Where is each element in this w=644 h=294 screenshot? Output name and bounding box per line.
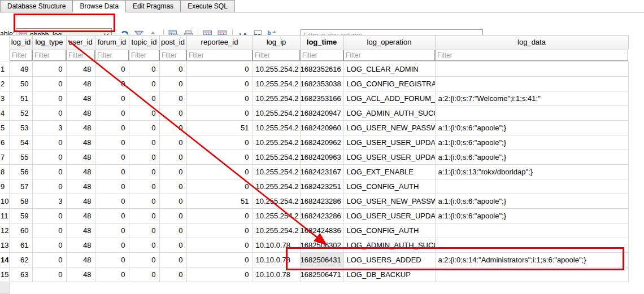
cell-forum_id[interactable]: 0 [95,223,129,238]
cell-post_id[interactable]: 0 [159,223,186,238]
cell-log_data[interactable]: a:1:{i:0;s:6:"apoole";} [435,135,628,150]
cell-log_time[interactable]: 1682423286 [300,194,343,208]
cell-reportee_id[interactable]: 0 [186,252,253,267]
cell-topic_id[interactable]: 0 [129,150,159,164]
cell-log_data[interactable] [435,76,628,91]
cell-user_id[interactable]: 48 [66,91,95,106]
cell-log_time[interactable]: 1682506431 [300,252,343,267]
tab-execute-sql[interactable]: Execute SQL [180,0,235,12]
cell-topic_id[interactable]: 0 [129,91,159,106]
cell-log_id[interactable]: 52 [10,106,32,120]
cell-reportee_id[interactable]: 0 [186,179,253,194]
cell-post_id[interactable]: 0 [159,135,186,150]
cell-reportee_id[interactable]: 0 [186,164,253,179]
cell-post_id[interactable]: 0 [159,150,186,164]
column-header-forum_id[interactable]: forum_id [95,36,129,49]
cell-log_type[interactable]: 0 [32,106,66,120]
cell-log_type[interactable]: 0 [32,76,66,91]
cell-log_id[interactable]: 58 [10,194,32,208]
cell-reportee_id[interactable]: 0 [186,76,253,91]
column-header-log_ip[interactable]: log_ip [253,36,300,49]
cell-log_time[interactable]: 1682506471 [300,267,343,282]
filter-input-log_id[interactable] [10,50,32,61]
row-number[interactable]: 4 [0,106,10,120]
cell-topic_id[interactable]: 0 [129,135,159,150]
cell-log_operation[interactable]: LOG_CONFIG_AUTH [343,223,435,238]
cell-log_time[interactable]: 1682423167 [300,164,343,179]
cell-topic_id[interactable]: 0 [129,208,159,223]
cell-user_id[interactable]: 48 [66,179,95,194]
cell-log_ip[interactable]: 10.255.254.2 [253,135,300,150]
cell-log_data[interactable] [435,238,628,252]
cell-post_id[interactable]: 0 [159,179,186,194]
row-number[interactable]: 5 [0,120,10,135]
cell-log_time[interactable]: 1682420960 [300,120,343,135]
cell-forum_id[interactable]: 0 [95,208,129,223]
cell-log_time[interactable]: 1682352616 [300,62,343,76]
cell-log_data[interactable] [435,62,628,76]
column-header-log_id[interactable]: log_id [10,36,32,49]
cell-log_ip[interactable]: 10.255.254.2 [253,120,300,135]
filter-input-log_data[interactable] [435,50,628,61]
cell-log_type[interactable]: 0 [32,267,66,282]
cell-log_operation[interactable]: LOG_CLEAR_ADMIN [343,62,435,76]
cell-log_type[interactable]: 0 [32,91,66,106]
cell-user_id[interactable]: 48 [66,106,95,120]
cell-topic_id[interactable]: 0 [129,76,159,91]
cell-log_ip[interactable]: 10.10.0.78 [253,267,300,282]
cell-log_time[interactable]: 1682420947 [300,106,343,120]
cell-log_ip[interactable]: 10.255.254.2 [253,76,300,91]
cell-log_id[interactable]: 54 [10,135,32,150]
cell-user_id[interactable]: 48 [66,252,95,267]
filter-input-forum_id[interactable] [95,50,129,61]
cell-log_data[interactable]: a:1:{i:0;s:6:"apoole";} [435,150,628,164]
cell-user_id[interactable]: 48 [66,238,95,252]
cell-post_id[interactable]: 0 [159,120,186,135]
cell-user_id[interactable]: 48 [66,194,95,208]
cell-log_data[interactable]: a:1:{i:0;s:13:"rokx/dborldap";} [435,164,628,179]
tab-database-structure[interactable]: Database Structure [0,0,72,12]
cell-reportee_id[interactable]: 0 [186,208,253,223]
column-header-log_data[interactable]: log_data [435,36,628,49]
row-number[interactable]: 14 [0,252,10,267]
cell-log_data[interactable]: a:2:{i:0;s:14:"Administrators";i:1;s:6:"… [435,252,628,267]
cell-log_time[interactable]: 1682353038 [300,76,343,91]
cell-log_ip[interactable]: 10.255.254.2 [253,179,300,194]
column-header-log_type[interactable]: log_type [32,36,66,49]
cell-log_time[interactable]: 1682420963 [300,150,343,164]
cell-log_id[interactable]: 53 [10,120,32,135]
tab-browse-data[interactable]: Browse Data [72,0,126,12]
cell-post_id[interactable]: 0 [159,208,186,223]
corner-header[interactable] [0,36,10,49]
cell-user_id[interactable]: 48 [66,223,95,238]
cell-log_id[interactable]: 62 [10,252,32,267]
cell-log_operation[interactable]: LOG_USER_USER_UPDATE [343,150,435,164]
cell-reportee_id[interactable]: 0 [186,150,253,164]
cell-log_ip[interactable]: 10.255.254.2 [253,150,300,164]
column-header-reportee_id[interactable]: reportee_id [186,36,253,49]
cell-forum_id[interactable]: 0 [95,179,129,194]
cell-log_type[interactable]: 3 [32,194,66,208]
cell-forum_id[interactable]: 0 [95,267,129,282]
cell-topic_id[interactable]: 0 [129,62,159,76]
cell-log_type[interactable]: 0 [32,208,66,223]
cell-log_data[interactable] [435,223,628,238]
cell-forum_id[interactable]: 0 [95,252,129,267]
cell-log_type[interactable]: 0 [32,135,66,150]
cell-reportee_id[interactable]: 0 [186,106,253,120]
filter-input-reportee_id[interactable] [186,50,253,61]
cell-log_type[interactable]: 0 [32,238,66,252]
cell-log_operation[interactable]: LOG_ADMIN_AUTH_SUCCESS [343,106,435,120]
cell-log_data[interactable] [435,267,628,282]
cell-user_id[interactable]: 48 [66,120,95,135]
cell-log_ip[interactable]: 10.255.254.2 [253,62,300,76]
cell-log_operation[interactable]: LOG_USERS_ADDED [343,252,435,267]
cell-topic_id[interactable]: 0 [129,194,159,208]
cell-forum_id[interactable]: 0 [95,106,129,120]
cell-topic_id[interactable]: 0 [129,179,159,194]
cell-topic_id[interactable]: 0 [129,120,159,135]
cell-topic_id[interactable]: 0 [129,267,159,282]
cell-topic_id[interactable]: 0 [129,164,159,179]
cell-post_id[interactable]: 0 [159,164,186,179]
cell-log_time[interactable]: 1682506302 [300,238,343,252]
